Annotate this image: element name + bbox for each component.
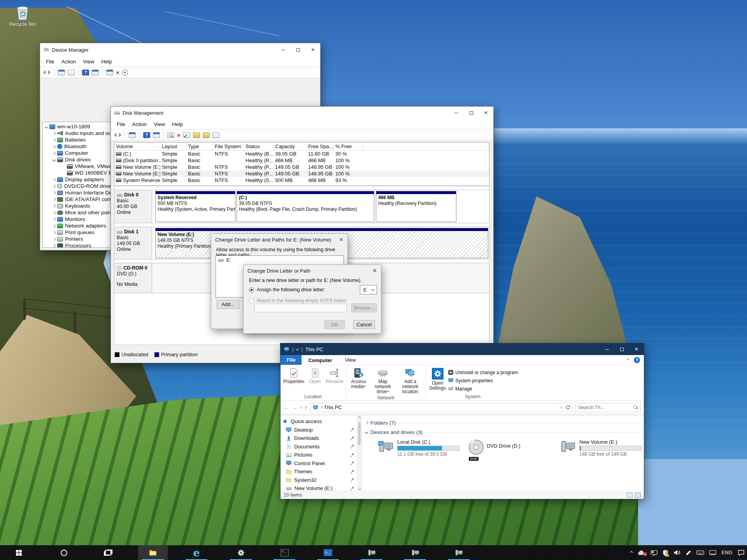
forward-icon[interactable] xyxy=(48,70,51,75)
scrollbar-thumb[interactable] xyxy=(358,422,361,445)
security-shield-icon[interactable] xyxy=(663,550,668,556)
drive-tile-dvd[interactable]: DVD DVD Drive (D:) xyxy=(468,439,558,462)
help-icon[interactable]: ? xyxy=(143,132,150,138)
sidebar-item-quick-access[interactable]: Quick access xyxy=(281,417,357,426)
mount-folder-radio-row[interactable]: Mount in the following empty NTFS folder… xyxy=(249,298,347,303)
taskbar-file-explorer[interactable] xyxy=(138,545,168,560)
drive-tile-c[interactable]: Local Disk (C:) 11.1 GB free of 39.0 GB xyxy=(377,439,467,462)
show-console-tree-icon[interactable] xyxy=(58,70,65,75)
drive-tile-e[interactable]: New Volume (E:) 148 GB free of 149 GB xyxy=(559,439,649,462)
scan-hardware-icon[interactable] xyxy=(106,70,113,75)
maximize-button[interactable] xyxy=(464,107,479,119)
search-box[interactable] xyxy=(575,403,641,412)
uninstall-device-icon[interactable]: × xyxy=(116,70,119,75)
close-button[interactable]: ✕ xyxy=(305,43,320,56)
volume-row[interactable]: (Disk 0 partition 3) SimpleBasic Healthy… xyxy=(114,157,489,164)
sidebar-item-themes[interactable]: Themes xyxy=(281,467,357,476)
display-project-icon[interactable] xyxy=(651,550,658,556)
folder-search-icon[interactable] xyxy=(203,132,210,138)
uninstall-program-button[interactable]: Uninstall or change a program xyxy=(448,368,518,376)
taskbar-powershell[interactable]: >_ xyxy=(313,545,343,560)
touchpad-icon[interactable] xyxy=(709,550,716,555)
disk-management-title-bar[interactable]: Disk Management ✕ xyxy=(111,107,493,119)
back-icon[interactable]: ← xyxy=(284,404,289,411)
action-pane-icon[interactable] xyxy=(92,70,99,75)
touch-keyboard-icon[interactable] xyxy=(696,550,704,555)
column-header[interactable]: Layout xyxy=(160,143,186,150)
show-console-tree-icon[interactable] xyxy=(129,132,136,138)
menu-action[interactable]: Action xyxy=(58,59,80,65)
forward-icon[interactable] xyxy=(119,133,121,137)
address-box[interactable]: This PC xyxy=(310,403,573,412)
search-input[interactable] xyxy=(578,405,633,410)
dialog-title-bar[interactable]: Change Drive Letter and Paths for E: (Ne… xyxy=(211,234,347,245)
volume-row-selected[interactable]: New Volume (E:) SimpleBasic NTFSHealthy … xyxy=(114,170,489,177)
volume-row[interactable]: New Volume (E:) SimpleBasic NTFSHealthy … xyxy=(114,164,489,170)
sidebar-item-pictures[interactable]: Pictures xyxy=(281,451,357,459)
manage-button[interactable]: Manage xyxy=(448,385,518,393)
breadcrumb[interactable]: This PC xyxy=(324,404,342,410)
task-view-button[interactable] xyxy=(93,545,123,560)
system-properties-button[interactable]: System properties xyxy=(448,376,518,385)
cancel-button[interactable]: Cancel xyxy=(353,320,375,329)
cortana-search-button[interactable] xyxy=(49,545,79,560)
ok-button[interactable]: OK xyxy=(324,320,345,329)
taskbar-edge[interactable]: e xyxy=(182,545,211,560)
folder-up-icon[interactable] xyxy=(193,132,200,138)
this-pc-title-bar[interactable]: | | This PC ✕ xyxy=(281,343,644,355)
view-icon[interactable] xyxy=(167,132,174,138)
disk-0-label[interactable]: Disk 0 Basic 40.00 GB Online xyxy=(114,190,152,223)
column-header[interactable]: Type xyxy=(186,143,213,150)
sidebar-item-system32[interactable]: System32 xyxy=(281,476,357,485)
minimize-button[interactable] xyxy=(600,343,614,355)
menu-file[interactable]: File xyxy=(42,59,58,65)
sidebar-item-control-panel[interactable]: Control Panel xyxy=(281,459,357,468)
minimize-button[interactable] xyxy=(449,107,464,119)
column-header[interactable]: File System xyxy=(213,143,244,150)
tab-file[interactable]: File xyxy=(281,355,302,365)
volume-row[interactable]: System Reserved SimpleBasic NTFSHealthy … xyxy=(114,177,489,184)
help-icon[interactable]: ? xyxy=(82,70,89,75)
column-header[interactable]: Capacity xyxy=(274,143,307,150)
close-icon[interactable]: ✕ xyxy=(372,268,377,274)
volume-icon[interactable] xyxy=(673,550,680,556)
disable-device-icon[interactable] xyxy=(122,70,128,75)
maximize-button[interactable] xyxy=(291,43,305,56)
start-button[interactable] xyxy=(4,545,33,560)
taskbar-device-manager[interactable] xyxy=(400,545,430,560)
action-pane-icon[interactable] xyxy=(153,132,160,138)
disk-1-label[interactable]: Disk 1 Basic 149.05 GB Online xyxy=(114,227,152,259)
onedrive-icon[interactable]: × xyxy=(638,550,645,555)
recent-locations-chevron-icon[interactable] xyxy=(300,405,303,408)
column-header[interactable]: Volume xyxy=(114,143,160,150)
column-header[interactable]: % Free xyxy=(334,143,363,150)
sidebar-item-documents[interactable]: Documents xyxy=(281,443,357,451)
back-icon[interactable] xyxy=(43,70,46,75)
group-devices-drives[interactable]: Devices and drives (3) xyxy=(365,427,640,437)
details-view-icon[interactable] xyxy=(627,493,633,498)
partition-system-reserved[interactable]: System Reserved500 MB NTFSHealthy (Syste… xyxy=(155,191,235,222)
sidebar-item-downloads[interactable]: Downloads xyxy=(281,434,357,443)
properties-icon[interactable] xyxy=(68,70,75,75)
scroll-up-icon[interactable] xyxy=(358,416,361,420)
map-network-drive-button[interactable]: Map network drive xyxy=(370,367,395,394)
tab-view[interactable]: View xyxy=(339,355,362,365)
forward-icon[interactable]: → xyxy=(292,404,298,411)
partition-c[interactable]: (C:)39.05 GB NTFSHealthy (Boot, Page Fil… xyxy=(237,191,374,222)
sidebar-item-new-volume-e[interactable]: New Volume (E:) xyxy=(281,484,357,491)
radio-selected-icon[interactable] xyxy=(249,287,254,292)
group-folders[interactable]: Folders (7) xyxy=(365,418,640,427)
close-icon[interactable]: ✕ xyxy=(339,236,344,243)
tray-expand-icon[interactable] xyxy=(630,551,633,554)
close-button[interactable]: ✕ xyxy=(479,107,493,119)
help-icon[interactable]: ? xyxy=(634,357,640,363)
volume-row[interactable]: (C:) SimpleBasic NTFSHealthy (B... 39.05… xyxy=(114,150,489,157)
minimize-ribbon-icon[interactable] xyxy=(626,358,630,361)
open-button[interactable]: Open xyxy=(306,367,324,384)
delete-volume-icon[interactable]: × xyxy=(177,132,181,138)
refresh-icon[interactable] xyxy=(565,405,570,410)
radio-disabled-icon[interactable] xyxy=(249,298,254,303)
menu-help[interactable]: Help xyxy=(168,121,186,127)
drive-letter-dropdown[interactable]: E xyxy=(360,285,377,294)
recycle-bin-desktop-icon[interactable]: Recycle Bin xyxy=(5,5,40,27)
